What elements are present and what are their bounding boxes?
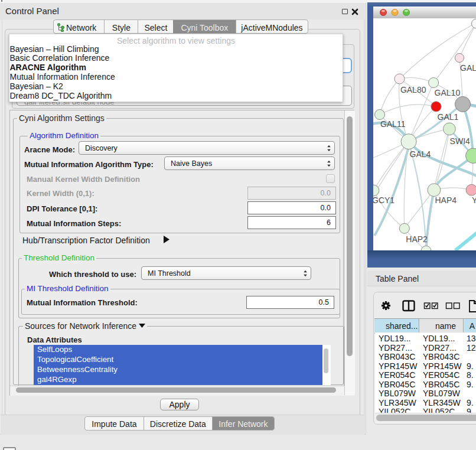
svg-text:HAP2: HAP2 — [406, 234, 428, 244]
svg-text:GAL80: GAL80 — [400, 85, 426, 94]
svg-text:GCY1: GCY1 — [373, 195, 395, 205]
svg-text:GAL1: GAL1 — [438, 112, 459, 122]
svg-text:SWI4: SWI4 — [450, 136, 470, 146]
svg-text:GAL11: GAL11 — [380, 119, 406, 129]
svg-text:Y: Y — [472, 195, 476, 205]
svg-text:HAP4: HAP4 — [435, 195, 457, 205]
svg-text:GAL10: GAL10 — [435, 88, 461, 97]
svg-text:GAL4: GAL4 — [410, 149, 431, 159]
svg-text:GAL7: GAL7 — [460, 63, 476, 73]
